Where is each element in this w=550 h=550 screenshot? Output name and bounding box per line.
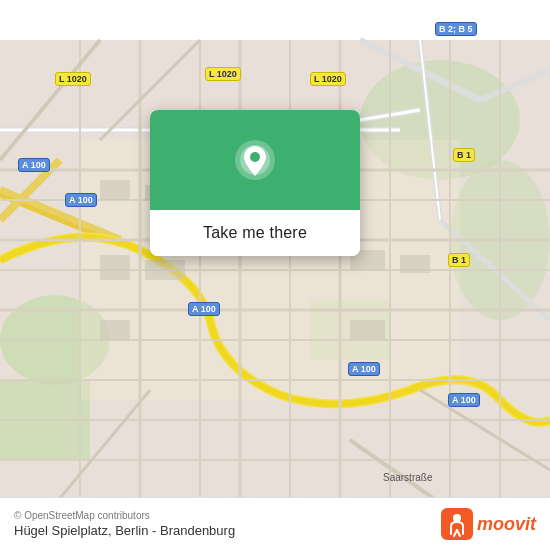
- svg-rect-47: [145, 260, 185, 280]
- svg-rect-46: [100, 255, 130, 280]
- road-badge-l1020-right: L 1020: [310, 72, 346, 86]
- moovit-logo: moovit: [441, 508, 536, 540]
- road-badge-b1-top: B 1: [453, 148, 475, 162]
- svg-rect-55: [441, 508, 473, 540]
- road-badge-b1-mid: B 1: [448, 253, 470, 267]
- bottom-bar: © OpenStreetMap contributors Hügel Spiel…: [0, 497, 550, 550]
- take-me-there-button[interactable]: Take me there: [150, 210, 360, 256]
- road-badge-b2b5: B 2; B 5: [435, 22, 477, 36]
- svg-rect-51: [350, 320, 385, 340]
- location-pin-icon: [233, 138, 277, 182]
- svg-rect-42: [100, 180, 130, 200]
- moovit-logo-icon: [441, 508, 473, 540]
- saarstrasse-label: Saarstraße: [383, 472, 432, 483]
- map-container: B 2; B 5 L 1020 L 1020 L 1020 A 100 A 10…: [0, 0, 550, 550]
- road-badge-a100-left: A 100: [18, 158, 50, 172]
- road-badge-l1020-left: L 1020: [55, 72, 91, 86]
- road-badge-a100-right: A 100: [348, 362, 380, 376]
- road-badge-a100-mid1: A 100: [65, 193, 97, 207]
- svg-rect-49: [400, 255, 430, 273]
- road-badge-l1020-mid: L 1020: [205, 67, 241, 81]
- bottom-info: © OpenStreetMap contributors Hügel Spiel…: [14, 510, 235, 538]
- popup-card: Take me there: [150, 110, 360, 256]
- popup-green-area: [150, 110, 360, 210]
- svg-point-56: [453, 514, 461, 522]
- road-badge-a100-center: A 100: [188, 302, 220, 316]
- copyright-text: © OpenStreetMap contributors: [14, 510, 235, 521]
- road-badge-a100-far: A 100: [448, 393, 480, 407]
- location-name: Hügel Spielplatz, Berlin - Brandenburg: [14, 523, 235, 538]
- moovit-brand-text: moovit: [477, 514, 536, 535]
- svg-rect-50: [100, 320, 130, 340]
- svg-point-54: [250, 152, 260, 162]
